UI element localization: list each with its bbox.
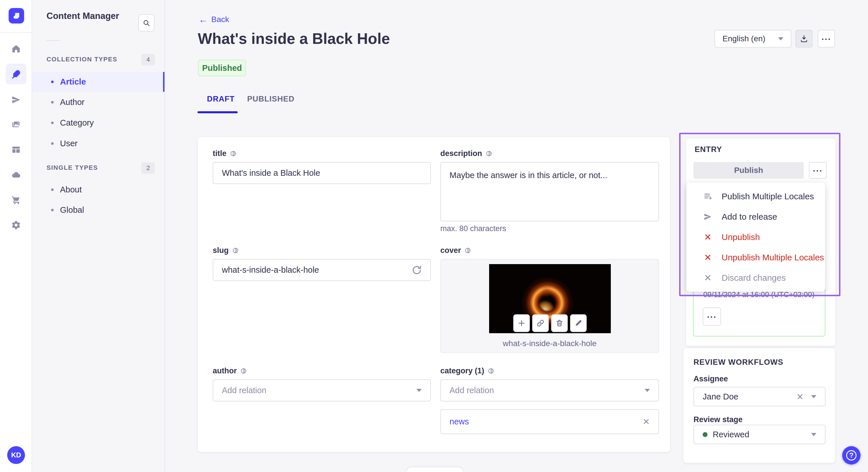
entry-heading: ENTRY xyxy=(694,145,722,154)
chevron-down-icon xyxy=(811,395,816,398)
header-more-button[interactable]: ... xyxy=(818,30,835,47)
entry-more-button[interactable]: ... xyxy=(809,162,827,179)
title-input[interactable] xyxy=(213,162,431,184)
media-library-icon[interactable] xyxy=(11,120,21,130)
page-title: What's inside a Black Hole xyxy=(198,30,390,47)
sidebar-item-about[interactable]: About xyxy=(32,180,164,200)
bullet-icon xyxy=(51,101,54,103)
releases-paper-plane-icon[interactable] xyxy=(11,95,21,105)
locale-select-value: English (en) xyxy=(722,34,778,43)
cross-icon: ✕ xyxy=(703,252,713,263)
link-icon xyxy=(536,319,545,327)
tab-draft[interactable]: DRAFT xyxy=(207,95,235,103)
sidebar-item-global[interactable]: Global xyxy=(32,200,164,220)
bullet-icon xyxy=(51,122,54,124)
review-stage-select[interactable]: Reviewed xyxy=(693,425,826,444)
menu-item-discard-changes[interactable]: ✕ Discard changes xyxy=(687,268,825,288)
menu-item-unpublish-multiple-locales[interactable]: ✕ Unpublish Multiple Locales xyxy=(687,247,825,268)
strapi-logo[interactable] xyxy=(9,8,24,24)
question-mark-icon: ? xyxy=(846,450,857,461)
chevron-down-icon xyxy=(416,389,422,392)
cover-add-button[interactable] xyxy=(513,314,530,332)
field-label-text: cover xyxy=(440,246,461,255)
sidebar-item-author[interactable]: Author xyxy=(32,92,164,112)
paper-plane-icon xyxy=(703,212,713,222)
download-button[interactable] xyxy=(795,30,813,47)
menu-item-publish-multiple-locales[interactable]: Publish Multiple Locales xyxy=(687,186,825,206)
clear-assignee-icon[interactable]: ✕ xyxy=(797,392,804,402)
assignee-select[interactable]: Jane Doe ✕ xyxy=(693,387,826,406)
cover-image-black-hole[interactable] xyxy=(489,264,611,333)
tab-published[interactable]: PUBLISHED xyxy=(247,95,294,103)
user-avatar[interactable]: KD xyxy=(7,446,25,464)
menu-item-unpublish[interactable]: ✕ Unpublish xyxy=(687,227,825,247)
release-more-button[interactable]: ... xyxy=(703,307,721,326)
menu-item-add-to-release[interactable]: Add to release xyxy=(687,206,825,227)
cross-icon: ✕ xyxy=(703,273,713,283)
slug-input[interactable] xyxy=(213,259,431,281)
single-types-count: 2 xyxy=(141,162,155,174)
help-button[interactable]: ? xyxy=(842,446,861,465)
description-textarea[interactable]: Maybe the answer is in this article, or … xyxy=(440,162,659,222)
localized-globe-icon xyxy=(240,368,247,374)
category-select-placeholder: Add relation xyxy=(450,386,645,395)
sidebar-item-label: About xyxy=(60,185,82,194)
field-label-text: category (1) xyxy=(440,367,484,375)
status-badge: Published xyxy=(198,60,246,76)
download-icon xyxy=(800,34,808,43)
content-manager-feather-icon[interactable] xyxy=(11,69,21,79)
cover-delete-button[interactable] xyxy=(551,314,568,332)
home-icon[interactable] xyxy=(11,43,21,54)
active-tab-underline xyxy=(197,111,238,113)
search-icon xyxy=(143,19,150,27)
locale-select[interactable]: English (en) xyxy=(714,30,792,47)
category-field-label: category (1) xyxy=(440,367,494,375)
floating-panel-top-edge xyxy=(407,467,463,472)
remove-relation-icon[interactable]: ✕ xyxy=(643,417,650,427)
bullet-icon xyxy=(51,209,54,211)
localized-globe-icon xyxy=(486,150,492,157)
menu-item-label: Discard changes xyxy=(722,273,786,283)
cloud-icon[interactable] xyxy=(11,170,21,180)
bullet-icon xyxy=(51,142,54,145)
back-label: Back xyxy=(211,15,229,24)
publish-button[interactable]: Publish xyxy=(693,162,804,179)
menu-item-label: Add to release xyxy=(722,212,777,222)
back-arrow-icon: ← xyxy=(198,15,208,24)
stage-status-dot xyxy=(703,432,708,437)
review-workflows-heading: REVIEW WORKFLOWS xyxy=(693,358,783,367)
settings-gear-icon[interactable] xyxy=(11,220,21,230)
category-relation-select[interactable]: Add relation xyxy=(440,379,659,401)
content-type-builder-icon[interactable] xyxy=(11,144,21,155)
chevron-down-icon xyxy=(778,37,783,40)
sidebar-item-category[interactable]: Category xyxy=(32,113,164,133)
cover-edit-button[interactable] xyxy=(570,314,587,332)
sidebar-item-article[interactable]: Article xyxy=(32,72,164,92)
author-select-placeholder: Add relation xyxy=(222,386,416,395)
relation-link-news[interactable]: news xyxy=(450,417,643,427)
field-label-text: slug xyxy=(213,246,229,255)
pencil-icon xyxy=(575,319,582,327)
sidebar-item-user[interactable]: User xyxy=(32,134,164,154)
cross-icon: ✕ xyxy=(703,232,713,242)
marketplace-cart-icon[interactable] xyxy=(11,195,21,205)
menu-item-label: Publish Multiple Locales xyxy=(722,192,814,201)
chevron-down-icon xyxy=(645,389,650,392)
category-relation-item: news ✕ xyxy=(440,409,659,434)
content-manager-sidebar xyxy=(32,0,165,472)
rail-divider xyxy=(0,32,32,33)
cover-copy-link-button[interactable] xyxy=(532,314,549,332)
assignee-label: Assignee xyxy=(693,374,728,383)
back-link[interactable]: ← Back xyxy=(198,15,229,24)
assignee-value: Jane Doe xyxy=(703,392,797,401)
search-button[interactable] xyxy=(138,14,154,32)
review-stage-label: Review stage xyxy=(693,415,743,424)
localized-globe-icon xyxy=(488,368,494,374)
menu-item-label: Unpublish Multiple Locales xyxy=(722,252,824,262)
author-relation-select[interactable]: Add relation xyxy=(213,379,431,401)
regenerate-slug-icon[interactable] xyxy=(411,264,423,276)
more-icon: ... xyxy=(822,37,831,40)
review-stage-value: Reviewed xyxy=(713,430,749,439)
sidebar-item-label: Author xyxy=(60,98,84,107)
strapi-admin: KD Content Manager COLLECTION TYPES 4 Ar… xyxy=(0,0,868,472)
